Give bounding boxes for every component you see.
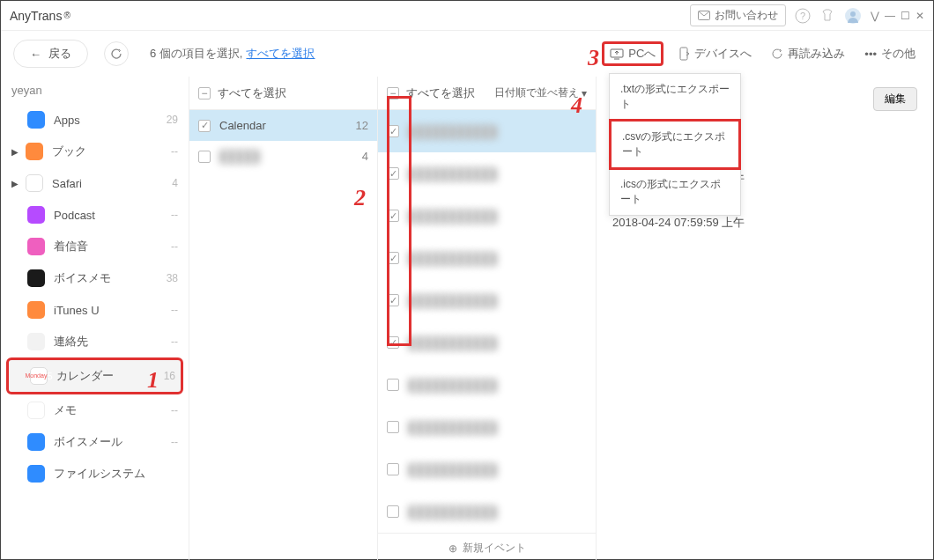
sidebar-item-label: ブック [52,144,86,159]
sidebar-item-apps[interactable]: Apps29 [6,104,183,136]
to-device-button[interactable]: デバイスへ [672,42,757,65]
new-event-button[interactable]: ⊕ 新規イベント [378,533,596,560]
event-title: ███████████ [408,210,497,223]
calendar-name: Calendar [219,119,266,132]
sort-button[interactable]: 日付順で並べ替え ▾ [494,85,587,100]
sidebar-item-fs[interactable]: ファイルシステム [6,458,183,490]
minimize-icon[interactable]: — [885,10,895,22]
sidebar-item-itu[interactable]: iTunes U-- [6,294,183,326]
pod-icon [27,206,45,224]
svg-point-4 [850,11,856,17]
sidebar: yeyan Apps29▶ブック--▶Safari4Podcast--着信音--… [1,77,189,560]
event-row[interactable]: ███████████ [378,406,596,448]
shirt-icon[interactable] [819,8,835,24]
sidebar-item-label: iTunes U [54,304,100,317]
more-button[interactable]: ••• その他 [859,42,921,65]
checkbox[interactable]: ✓ [387,167,399,180]
back-button[interactable]: ← 戻る [13,40,88,68]
deselect-all-icon[interactable]: − [387,87,399,99]
event-title: ███████████ [408,252,497,265]
checkbox[interactable]: ✓ [198,120,211,132]
event-title: ███████████ [408,125,497,138]
titlebar: AnyTrans® お問い合わせ ? ⋁ — ☐ ✕ [1,1,933,31]
itu-icon [27,301,45,319]
event-row[interactable]: ✓███████████ [378,152,596,195]
chevron-right-icon: ▶ [11,147,19,157]
refresh-button[interactable] [104,41,129,66]
sidebar-item-memo[interactable]: メモ-- [6,394,183,426]
event-row[interactable]: ✓███████████ [378,321,596,364]
calendar-list-column: − すべてを選択 ✓Calendar12█████4 [189,77,378,560]
event-row[interactable]: ✓███████████ [378,195,596,237]
export-txt[interactable]: .txtの形式にエクスポート [610,74,740,120]
maximize-icon[interactable]: ☐ [901,10,910,22]
menu-v-icon[interactable]: ⋁ [871,10,879,22]
sidebar-item-count: 38 [167,272,178,284]
calendar-count: 4 [362,150,368,163]
dots-icon: ••• [864,48,877,61]
sidebar-item-label: カレンダー [56,368,114,384]
edit-button[interactable]: 編集 [873,87,917,111]
reload-button[interactable]: 再読み込み [766,42,850,65]
calendar-row[interactable]: █████4 [189,141,377,172]
event-title: ███████████ [408,294,497,307]
app-title: AnyTrans [10,9,62,23]
calendar-count: 12 [356,119,368,132]
checkbox[interactable]: ✓ [387,125,399,137]
checkbox[interactable]: ✓ [387,210,399,222]
vm-icon [27,433,45,451]
sidebar-item-vm[interactable]: ボイスメール-- [6,426,183,458]
chevron-right-icon: ▶ [11,179,19,188]
event-row[interactable]: ███████████ [378,448,596,490]
sidebar-item-count: -- [171,145,178,158]
sidebar-item-ring[interactable]: 着信音-- [6,231,183,262]
sidebar-item-count: -- [171,436,178,448]
checkbox[interactable] [387,463,399,475]
book-icon [26,143,43,160]
select-all-link[interactable]: すべてを選択 [246,46,315,62]
checkbox[interactable]: ✓ [387,336,399,349]
safari-icon [26,174,43,192]
sidebar-item-label: Apps [54,114,80,127]
sidebar-item-voice[interactable]: ボイスメモ38 [6,262,183,294]
sidebar-item-label: ファイルシステム [54,466,145,482]
checkbox[interactable]: ✓ [387,252,399,264]
contact-button[interactable]: お問い合わせ [690,4,786,26]
help-icon[interactable]: ? [795,8,811,24]
sidebar-item-count: -- [171,240,178,253]
event-row[interactable]: ███████████ [378,364,596,406]
sidebar-item-cal[interactable]: Monday5カレンダー16 [6,357,183,394]
export-ics[interactable]: .icsの形式にエクスポート [610,169,740,215]
event-row[interactable]: ✓███████████ [378,279,596,321]
sidebar-item-count: -- [171,304,178,316]
sidebar-item-count: -- [171,209,178,221]
event-row[interactable]: ✓███████████ [378,237,596,279]
trademark: ® [63,11,70,20]
to-pc-button[interactable]: PCへ [602,41,663,66]
checkbox[interactable] [387,505,399,518]
sidebar-item-book[interactable]: ▶ブック-- [6,136,183,167]
checkbox[interactable] [387,379,399,391]
calendar-name: █████ [219,150,260,163]
event-row[interactable]: ✓███████████ [378,110,596,152]
sidebar-item-count: 4 [172,177,178,189]
voice-icon [27,269,45,287]
sidebar-item-label: メモ [54,402,77,418]
sidebar-item-safari[interactable]: ▶Safari4 [6,167,183,199]
user-icon[interactable] [844,7,862,25]
checkbox[interactable] [198,151,211,163]
calendar-row[interactable]: ✓Calendar12 [189,110,377,141]
svg-rect-6 [680,48,687,60]
checkbox[interactable]: ✓ [387,294,399,306]
arrow-left-icon: ← [30,48,41,61]
close-icon[interactable]: ✕ [915,10,924,22]
event-title: ███████████ [408,463,497,476]
export-dropdown: .txtの形式にエクスポート .csvの形式にエクスポート .icsの形式にエク… [609,73,741,216]
event-row[interactable]: ███████████ [378,490,596,533]
checkbox[interactable] [387,421,399,433]
sidebar-item-pod[interactable]: Podcast-- [6,199,183,231]
deselect-all-icon[interactable]: − [198,87,211,99]
plus-circle-icon: ⊕ [448,542,457,555]
sidebar-item-contact[interactable]: 連絡先-- [6,326,183,357]
export-csv[interactable]: .csvの形式にエクスポート [609,119,741,170]
